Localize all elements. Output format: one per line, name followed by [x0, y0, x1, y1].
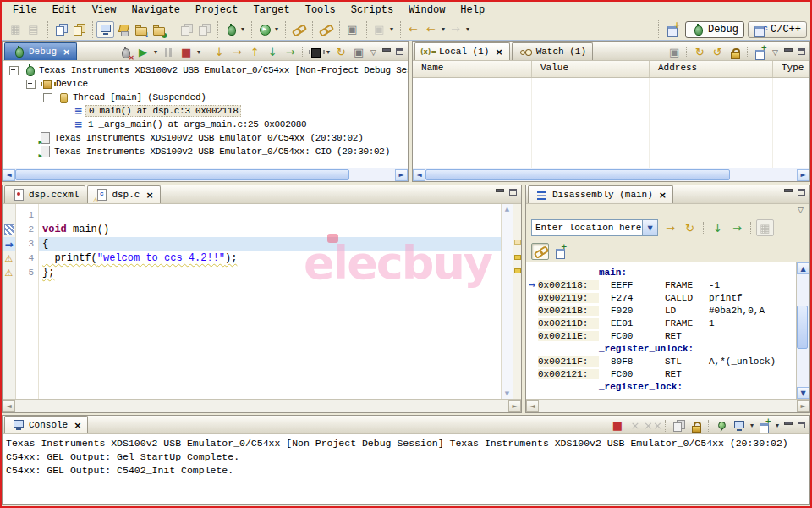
column-header-type[interactable]: Type [773, 61, 809, 77]
run-launch-icon-dropdown[interactable]: ▾ [273, 25, 280, 33]
view-menu-icon[interactable]: ▽ [770, 48, 781, 57]
debug-tree[interactable]: Texas Instruments XDS100v2 USB Emulator_… [3, 61, 408, 168]
tab-watch-1[interactable]: Watch (1) [512, 42, 593, 60]
debug-tree-item[interactable]: ≡1 _args_main() at args_main.c:25 0x0020… [3, 118, 408, 131]
link-with-active-debug-context-icon[interactable] [531, 243, 549, 260]
maximize-icon[interactable] [507, 187, 519, 199]
close-tab-icon[interactable]: × [659, 190, 667, 201]
save-icon[interactable]: ▦ [7, 21, 25, 38]
scroll-left-icon[interactable]: ◄ [413, 169, 425, 181]
collapse-toggle-icon[interactable] [43, 93, 52, 102]
overview-marker[interactable] [514, 268, 521, 273]
perspective-debug[interactable]: Debug [685, 21, 744, 38]
scroll-left-icon[interactable]: ◄ [3, 400, 15, 412]
column-header-address[interactable]: Address [650, 61, 773, 77]
debug-tree-item[interactable]: Texas Instruments XDS100v2 USB Emulator_… [3, 145, 408, 158]
scrollbar-track[interactable] [425, 169, 797, 181]
code-line[interactable]: printf("welcom to ccs 4.2!!"); [39, 251, 501, 266]
import-target-icon[interactable] [69, 21, 87, 38]
run-launch-icon[interactable] [255, 21, 273, 38]
disassembly-listing[interactable]: main:→0x002118:EEFFFRAME-10x002119:F274C… [526, 262, 796, 399]
minimize-icon[interactable] [380, 47, 392, 58]
menu-help[interactable]: Help [453, 3, 492, 17]
scroll-right-icon[interactable]: ► [395, 169, 408, 181]
show-numbers-icon[interactable]: ▦ [756, 219, 774, 236]
overview-ruler[interactable] [513, 204, 521, 399]
debug-tree-item[interactable]: Texas Instruments XDS100v2 USB Emulator_… [3, 64, 408, 77]
minimize-icon[interactable] [782, 187, 794, 199]
maximize-icon[interactable] [795, 187, 808, 199]
debug-launch-icon[interactable] [222, 21, 239, 38]
scrollbar-track[interactable] [15, 169, 395, 181]
editor-hscroll[interactable]: ◄► [3, 399, 521, 412]
combo-dropdown-icon[interactable]: ▼ [642, 220, 657, 235]
tab-debug[interactable]: Debug× [4, 42, 77, 60]
tab-dsp-c[interactable]: ⚠dsp.c× [87, 185, 160, 203]
open-console-icon[interactable] [756, 417, 773, 433]
display-selected-console-icon-dropdown[interactable]: ▾ [749, 422, 755, 429]
connect-target-icon[interactable] [177, 21, 195, 38]
open-new-view-icon[interactable] [551, 243, 569, 260]
menu-file[interactable]: File [5, 3, 45, 17]
restart-icon[interactable]: ↻ [332, 44, 349, 60]
scroll-left-icon[interactable]: ◄ [526, 400, 539, 412]
scroll-lock-icon[interactable] [688, 417, 705, 433]
scrollbar-thumb[interactable] [15, 169, 349, 180]
maximize-icon[interactable] [795, 420, 808, 432]
code-line[interactable] [39, 208, 501, 223]
overview-marker[interactable] [514, 255, 521, 260]
minimize-icon[interactable] [782, 47, 794, 58]
remove-launch-icon[interactable]: × [627, 417, 644, 433]
close-tab-icon[interactable]: × [74, 420, 81, 431]
print-icon[interactable]: ▤ [25, 21, 42, 38]
pin-console-icon[interactable] [713, 417, 730, 433]
disassembly-vscroll[interactable]: ▲ ▼ [796, 262, 809, 399]
maximize-icon[interactable] [795, 47, 808, 58]
menu-window[interactable]: Window [401, 3, 453, 17]
minimize-icon[interactable] [493, 187, 506, 199]
step-return-icon[interactable]: ↑ [246, 44, 263, 60]
debug-tree-item[interactable]: ≡0 main() at dsp.c:3 0x002118 [3, 104, 408, 118]
variables-view-hscroll[interactable]: ◄► [413, 168, 809, 181]
asm-step-over-icon[interactable]: → [728, 219, 746, 236]
menu-navigate[interactable]: Navigate [123, 3, 188, 17]
code-line[interactable]: void main() [39, 223, 501, 237]
scroll-down-icon[interactable]: ▼ [505, 389, 509, 399]
scrollbar-thumb[interactable] [797, 306, 808, 349]
new-view-icon[interactable] [752, 44, 769, 60]
scroll-right-icon[interactable]: ► [797, 400, 809, 412]
cpu-reset-icon-dropdown[interactable]: ▾ [325, 48, 332, 56]
show-columns-icon[interactable]: ▣ [666, 44, 683, 60]
perspective-c-c-[interactable]: C/C++ [748, 21, 807, 38]
terminate-icon-dropdown[interactable]: ▾ [195, 48, 202, 56]
profile-window-icon-dropdown[interactable]: ▾ [388, 25, 395, 33]
close-tab-icon[interactable]: × [495, 47, 502, 58]
back-icon[interactable]: ← [422, 21, 440, 38]
asm-step-over-icon[interactable]: → [282, 44, 299, 60]
column-header-name[interactable]: Name [413, 61, 532, 77]
menu-edit[interactable]: Edit [45, 3, 85, 17]
remove-all-terminated-icon[interactable]: × [117, 44, 134, 60]
variables-table-body[interactable] [413, 78, 809, 168]
asm-step-into-icon[interactable]: ↓ [264, 44, 281, 60]
display-selected-console-icon[interactable] [731, 417, 748, 433]
refresh-icon[interactable]: ↻ [681, 219, 699, 236]
terminate-icon[interactable]: ■ [609, 417, 626, 433]
menu-target[interactable]: Target [245, 3, 297, 17]
open-console-icon-dropdown[interactable]: ▾ [774, 422, 781, 429]
scrollbar-thumb[interactable] [425, 169, 730, 180]
minimize-icon[interactable] [782, 420, 794, 432]
tab-local-1[interactable]: (x)=Local (1)× [414, 42, 510, 60]
debug-tree-item[interactable]: Thread [main] (Suspended) [3, 91, 408, 104]
menu-scripts[interactable]: Scripts [343, 3, 401, 17]
console-output[interactable]: Texas Instruments XDS100v2 USB Emulator_… [3, 434, 809, 504]
debug-launch-icon-dropdown[interactable]: ▾ [239, 25, 246, 33]
profile-window-icon[interactable]: ▣ [370, 21, 388, 38]
resume-icon[interactable]: ▶ [134, 44, 151, 60]
forward-icon[interactable]: → [447, 21, 464, 38]
last-edit-location-icon[interactable]: ← [404, 21, 422, 38]
suspend-icon[interactable] [160, 44, 177, 60]
scroll-right-icon[interactable]: ► [797, 169, 809, 181]
scripting-console-icon[interactable] [316, 21, 334, 38]
maximize-icon[interactable] [393, 47, 406, 58]
